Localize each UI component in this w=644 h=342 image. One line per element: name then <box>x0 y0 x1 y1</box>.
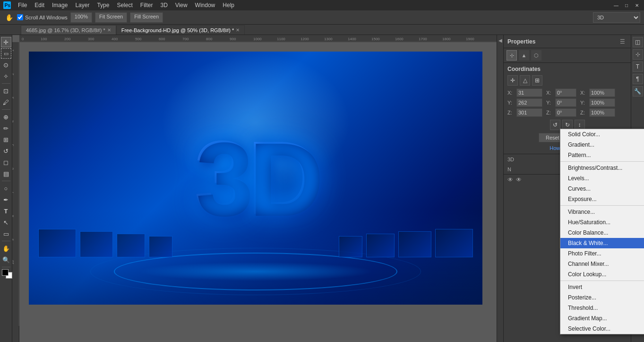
invert-item[interactable]: Invert <box>560 282 644 292</box>
panel-menu-icon[interactable]: ☰ <box>618 37 627 46</box>
close-button[interactable]: ✕ <box>632 0 642 10</box>
menu-edit[interactable]: Edit <box>31 1 48 9</box>
canvas-viewport[interactable]: 3D <box>19 42 497 342</box>
coord-xyz-row: X: X: X: <box>507 88 627 97</box>
menu-image[interactable]: Image <box>48 1 71 9</box>
zoom-tool[interactable]: 🔍 <box>1 254 11 265</box>
menu-view[interactable]: View <box>172 1 191 9</box>
hue-saturation-item[interactable]: Hue/Saturation... <box>560 217 644 228</box>
menu-type[interactable]: Type <box>93 1 113 9</box>
coords-tab-icon[interactable]: ⊹ <box>507 50 517 61</box>
heal-tool[interactable]: ⊕ <box>1 112 11 122</box>
levels-item[interactable]: Levels... <box>560 173 644 184</box>
sz-input[interactable] <box>589 108 615 117</box>
adjustments-icon-btn[interactable]: ⊹ <box>633 49 643 60</box>
threshold-item[interactable]: Threshold... <box>560 303 644 313</box>
z-label: Z: <box>507 110 515 115</box>
history-brush-tool[interactable]: ↺ <box>1 146 11 156</box>
paragraph-icon-btn[interactable]: ¶ <box>633 74 643 84</box>
svg-text:9: 9 <box>12 238 15 241</box>
hand-tool[interactable]: ✋ <box>1 243 11 254</box>
eye-icon-2[interactable]: 👁 <box>516 176 523 183</box>
3d-mode-select[interactable]: 3D <box>593 12 640 23</box>
brightness-contrast-item[interactable]: Brightness/Contrast... <box>560 163 644 173</box>
svg-text:400: 400 <box>112 37 118 41</box>
scale-icon-btn[interactable]: ⊞ <box>532 75 542 86</box>
eraser-tool[interactable]: ◻ <box>1 157 11 167</box>
gradient-tool[interactable]: ▤ <box>1 168 11 179</box>
magic-wand-tool[interactable]: ✧ <box>1 71 11 81</box>
menu-help[interactable]: Help <box>219 1 238 9</box>
foreground-background-colors[interactable] <box>1 269 11 281</box>
restore-button[interactable]: □ <box>621 0 632 10</box>
sy-input[interactable] <box>589 98 615 107</box>
path-select-tool[interactable]: ↖ <box>1 217 11 228</box>
lasso-tool[interactable]: ⊙ <box>1 60 11 70</box>
posterize-item[interactable]: Posterize... <box>560 292 644 303</box>
brush-tool[interactable]: ✏ <box>1 123 11 133</box>
zoom-level-btn[interactable]: 100% <box>70 12 92 23</box>
scroll-all-windows-checkbox[interactable]: Scroll All Windows <box>17 14 68 20</box>
crop-tool[interactable]: ⊡ <box>1 86 11 96</box>
menu-3d[interactable]: 3D <box>156 1 171 9</box>
rotate-icon-btn[interactable]: △ <box>520 75 530 86</box>
history-icon-btn[interactable]: ◫ <box>633 37 643 47</box>
gradient-map-item[interactable]: Gradient Map... <box>560 313 644 324</box>
curves-item[interactable]: Curves... <box>560 184 644 194</box>
menu-window[interactable]: Window <box>191 1 219 9</box>
text-tool[interactable]: T <box>1 206 11 216</box>
type-icon-btn[interactable]: T <box>633 61 643 72</box>
tab-file1[interactable]: 4685.jpg @ 16.7% (3D, RGB/8#) * ✕ <box>21 25 116 35</box>
exposure-item[interactable]: Exposure... <box>560 194 644 204</box>
hand-tool-btn[interactable]: ✋ <box>4 12 14 23</box>
tab-file2-close[interactable]: ✕ <box>236 27 240 33</box>
dodge-tool[interactable]: ○ <box>1 183 11 193</box>
menu-select[interactable]: Select <box>113 1 136 9</box>
svg-text:1200: 1200 <box>301 37 309 41</box>
3d-text: 3D <box>194 118 317 238</box>
panel-collapse-btn[interactable]: ◀ <box>497 35 503 342</box>
move-tool[interactable]: ✛ <box>1 37 11 47</box>
rx-input[interactable] <box>555 88 576 97</box>
wrench-icon-btn[interactable]: 🔧 <box>633 86 643 96</box>
rx-label: X: <box>546 90 554 96</box>
vibrance-item[interactable]: Vibrance... <box>560 207 644 217</box>
menu-file[interactable]: File <box>14 1 31 9</box>
triangle-icon-btn[interactable]: ▲ <box>519 50 529 61</box>
solid-color-item[interactable]: Solid Color... <box>560 129 644 140</box>
shape-tool[interactable]: ▭ <box>1 228 11 239</box>
foreground-color[interactable] <box>2 269 9 276</box>
pen-tool[interactable]: ✒ <box>1 194 11 205</box>
black-white-item[interactable]: Black & White... <box>560 238 644 248</box>
marquee-tool[interactable]: ▭ <box>1 48 11 59</box>
fill-screen-btn[interactable]: Fill Screen <box>130 12 163 23</box>
ry-input[interactable] <box>555 98 576 107</box>
x-input[interactable] <box>516 88 542 97</box>
minimize-button[interactable]: — <box>611 0 621 10</box>
eye-icon-1[interactable]: 👁 <box>507 176 514 183</box>
selective-color-item[interactable]: Selective Color... <box>560 324 644 334</box>
channel-mixer-item[interactable]: Channel Mixer... <box>560 259 644 269</box>
sx-input[interactable] <box>589 88 615 97</box>
tab-file1-close[interactable]: ✕ <box>107 27 111 33</box>
svg-text:8: 8 <box>12 215 15 217</box>
rotate-left-btn[interactable]: ↺ <box>550 120 560 130</box>
pattern-item[interactable]: Pattern... <box>560 150 644 160</box>
menu-filter[interactable]: Filter <box>137 1 157 9</box>
color-balance-item[interactable]: Color Balance... <box>560 228 644 238</box>
rz-input[interactable] <box>555 108 576 117</box>
photo-filter-item[interactable]: Photo Filter... <box>560 248 644 259</box>
svg-text:500: 500 <box>135 37 142 41</box>
gradient-item[interactable]: Gradient... <box>560 140 644 150</box>
fit-screen-btn[interactable]: Fit Screen <box>95 12 127 23</box>
color-lookup-item[interactable]: Color Lookup... <box>560 269 644 280</box>
clone-tool[interactable]: ⊞ <box>1 134 11 145</box>
svg-text:1800: 1800 <box>442 37 451 41</box>
move-icon-btn[interactable]: ✛ <box>507 75 518 86</box>
z-input[interactable] <box>516 108 542 117</box>
menu-layer[interactable]: Layer <box>71 1 93 9</box>
tab-file2[interactable]: Free-Background-HD.jpg @ 50% (3D, RGB/8#… <box>116 25 245 35</box>
y-input[interactable] <box>516 98 542 107</box>
eyedropper-tool[interactable]: 🖊 <box>1 97 11 107</box>
cube-icon-btn[interactable]: ⬡ <box>531 50 541 61</box>
